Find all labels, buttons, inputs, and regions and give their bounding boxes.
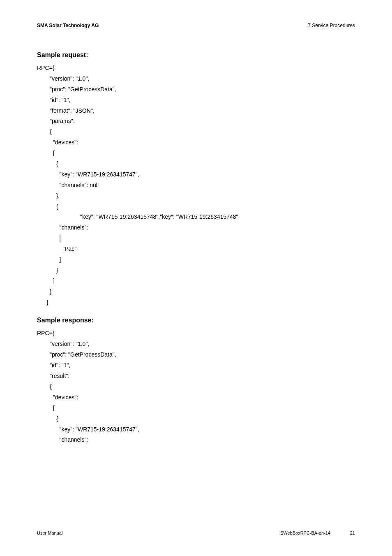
header-company: SMA Solar Technology AG	[37, 23, 99, 28]
footer-doc-id: SWebBoxRPC-BA-en-14	[280, 531, 330, 535]
header-chapter: 7 Service Procedures	[308, 23, 355, 28]
footer-page-number: 21	[350, 531, 355, 535]
page-content: Sample request: RPC={ "version": "1.0", …	[37, 51, 355, 445]
sample-response-code: RPC={ "version": "1.0", "proc": "GetProc…	[37, 328, 355, 445]
footer-doc-type: User Manual	[37, 531, 62, 535]
sample-request-code: RPC={ "version": "1.0", "proc": "GetProc…	[37, 63, 355, 308]
sample-response-heading: Sample response:	[37, 317, 355, 324]
sample-request-heading: Sample request:	[37, 51, 355, 59]
